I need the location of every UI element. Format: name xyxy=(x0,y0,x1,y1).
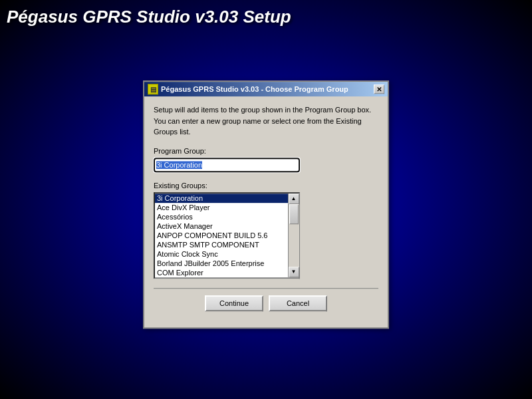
cancel-button[interactable]: Cancel xyxy=(269,295,327,311)
list-item[interactable]: 3i Corporation xyxy=(155,194,288,203)
existing-groups-label: Existing Groups: xyxy=(154,182,378,190)
scroll-track xyxy=(289,204,299,267)
scroll-up-button[interactable]: ▲ xyxy=(289,194,299,204)
list-item[interactable]: Atomic Clock Sync xyxy=(155,249,288,259)
titlebar-left: ▤ Pégasus GPRS Studio v3.03 - Choose Pro… xyxy=(148,84,348,94)
listbox-container: 3i CorporationAce DivX PlayerAcessóriosA… xyxy=(154,192,300,279)
scroll-down-button[interactable]: ▼ xyxy=(289,267,299,277)
dialog-titlebar: ▤ Pégasus GPRS Studio v3.03 - Choose Pro… xyxy=(144,82,388,96)
page-title: Pégasus GPRS Studio v3.03 Setup xyxy=(7,7,291,27)
dialog-window: ▤ Pégasus GPRS Studio v3.03 - Choose Pro… xyxy=(143,80,389,329)
list-item[interactable]: Ace DivX Player xyxy=(155,203,288,212)
listbox-scrollbar: ▲ ▼ xyxy=(288,194,299,277)
list-item[interactable]: COM Explorer xyxy=(155,268,288,277)
scroll-thumb[interactable] xyxy=(289,204,299,224)
program-group-input[interactable] xyxy=(154,158,300,172)
dialog-content: Setup will add items to the group shown … xyxy=(144,96,388,327)
description-text: Setup will add items to the group shown … xyxy=(154,104,378,138)
continue-button[interactable]: Continue xyxy=(205,295,263,311)
list-item[interactable]: ANSMTP SMTP COMPONENT xyxy=(155,240,288,249)
dialog-title: Pégasus GPRS Studio v3.03 - Choose Progr… xyxy=(161,85,348,93)
program-group-label: Program Group: xyxy=(154,147,378,155)
list-item[interactable]: ANPOP COMPONENT BUILD 5.6 xyxy=(155,231,288,240)
list-item[interactable]: Borland JBuilder 2005 Enterprise xyxy=(155,259,288,268)
list-item[interactable]: Acessórios xyxy=(155,212,288,221)
dialog-icon: ▤ xyxy=(148,84,158,94)
button-row: Continue Cancel xyxy=(154,295,378,319)
list-item[interactable]: ActiveX Manager xyxy=(155,221,288,231)
listbox[interactable]: 3i CorporationAce DivX PlayerAcessóriosA… xyxy=(155,194,288,277)
dialog-divider xyxy=(154,288,378,289)
close-button[interactable]: ✕ xyxy=(374,84,384,94)
